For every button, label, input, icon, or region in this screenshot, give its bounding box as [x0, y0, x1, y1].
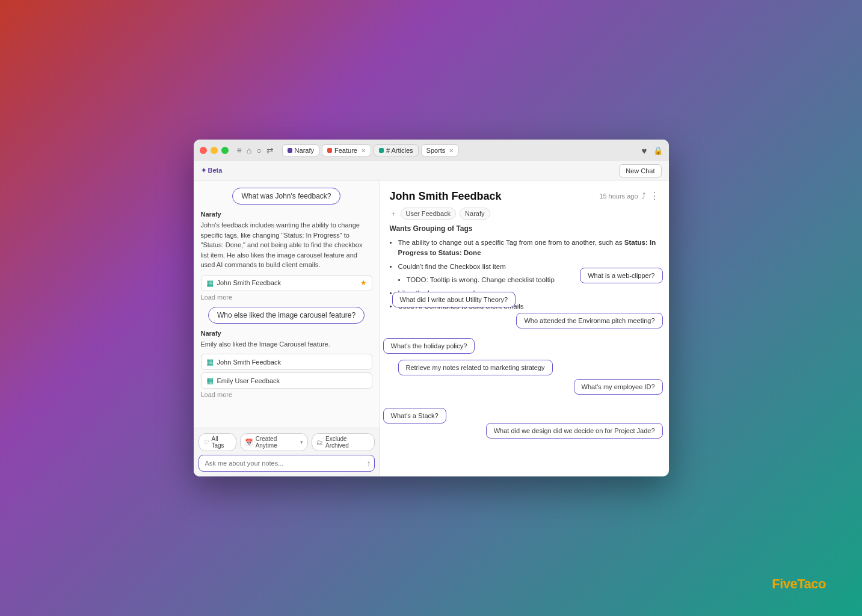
note-ref2-icon: ▦ [206, 357, 214, 366]
lock-icon[interactable]: 🔒 [653, 146, 663, 155]
doc-tag-userfeedback-label: User Feedback [406, 210, 451, 217]
filter-row: ♡ All Tags 📅 Created Anytime ▾ 🗂 Exclude… [199, 433, 375, 451]
query2-bubble: Who else liked the image carousel featur… [208, 307, 365, 324]
chevron-down-icon: ▾ [300, 439, 303, 445]
tab-narafy[interactable]: Narafy [282, 144, 319, 156]
heart-icon[interactable]: ♥ [642, 146, 647, 156]
note-ref3[interactable]: ▦ Emily User Feedback [201, 372, 372, 389]
more-icon[interactable]: ⋮ [650, 190, 659, 202]
note-ref1[interactable]: ▦ John Smith Feedback ★ [201, 275, 372, 291]
chat-input[interactable] [199, 455, 375, 472]
branding-suffix: Taco [797, 576, 826, 591]
response2-name: Narafy [201, 330, 372, 337]
query2-container: Who else liked the image carousel featur… [201, 307, 372, 324]
home-icon[interactable]: ⌂ [247, 146, 251, 155]
note-ref3-label: Emily User Feedback [217, 377, 280, 384]
search-icon[interactable]: ○ [256, 146, 261, 155]
exclude-archived-filter[interactable]: 🗂 Exclude Archived [312, 433, 374, 451]
input-area: ↑ [199, 455, 375, 472]
doc-meta: 15 hours ago ⤴ ⋮ [599, 190, 659, 202]
title-bar: ≡ ⌂ ○ ⇄ Narafy Feature ✕ # Articles Spor… [194, 140, 669, 161]
suggestion-stack[interactable]: What's a Stack? [383, 408, 446, 424]
branding: FiveTaco [772, 576, 826, 592]
tab-articles-label: # Articles [386, 147, 413, 154]
note-ref1-label: John Smith Feedback [217, 279, 281, 286]
menu-icon[interactable]: ≡ [237, 146, 242, 155]
tab-feature[interactable]: Feature ✕ [322, 144, 371, 156]
doc-tag-narafy[interactable]: Narafy [460, 208, 490, 220]
response2: Narafy Emily also liked the Image Carous… [201, 330, 372, 350]
main-content: What was John's feedback? Narafy John's … [194, 180, 669, 476]
tab-sports[interactable]: Sports ✕ [421, 144, 460, 156]
tab-feature-label: Feature [334, 147, 357, 154]
query1-container: What was John's feedback? [201, 188, 372, 205]
suggestion-environma[interactable]: Who attended the Environma pitch meeting… [516, 313, 662, 328]
calendar-icon: 📅 [245, 439, 253, 446]
suggestion-web-clipper[interactable]: What is a web-clipper? [580, 268, 662, 283]
title-bar-right: ♥ 🔒 [642, 146, 663, 156]
created-anytime-filter[interactable]: 📅 Created Anytime ▾ [240, 433, 308, 451]
doc-header: John Smith Feedback 15 hours ago ⤴ ⋮ [390, 190, 659, 203]
tab-sports-close[interactable]: ✕ [449, 147, 454, 154]
doc-subtitle: Wants Grouping of Tags [390, 224, 659, 233]
created-anytime-label: Created Anytime [256, 436, 298, 449]
traffic-light-red[interactable] [200, 147, 207, 154]
query1-bubble: What was John's feedback? [232, 188, 340, 205]
suggestion-employee-id[interactable]: What's my employee ID? [574, 379, 663, 395]
title-bar-icons: ≡ ⌂ ○ ⇄ [237, 146, 274, 155]
note-ref1-star: ★ [360, 279, 367, 287]
doc-tag-userfeedback[interactable]: User Feedback [401, 208, 457, 220]
note-ref3-icon: ▦ [206, 376, 214, 385]
exclude-archived-label: Exclude Archived [325, 436, 369, 449]
traffic-light-yellow[interactable] [211, 147, 218, 154]
left-scroll: What was John's feedback? Narafy John's … [194, 180, 380, 428]
note-ref1-icon: ▦ [206, 279, 214, 288]
suggestion-holiday-policy[interactable]: What's the holiday policy? [383, 338, 475, 354]
response1-text: John's feedback includes wanting the abi… [201, 220, 372, 270]
suggestion-utility-theory[interactable]: What did I write about Utility Theory? [392, 292, 516, 307]
doc-time: 15 hours ago [599, 192, 638, 200]
toolbar: ✦ Beta New Chat [194, 161, 669, 180]
right-panel: John Smith Feedback 15 hours ago ⤴ ⋮ ＋ U… [380, 180, 669, 476]
tabs-area: Narafy Feature ✕ # Articles Sports ✕ [282, 144, 460, 156]
tab-narafy-label: Narafy [295, 147, 314, 154]
branding-prefix: Five [772, 576, 797, 591]
all-tags-label: All Tags [212, 436, 232, 449]
doc-tag-narafy-label: Narafy [465, 210, 484, 217]
traffic-light-green[interactable] [221, 147, 229, 154]
arrows-icon[interactable]: ⇄ [266, 146, 274, 155]
list-item-1: The ability to change out a specific Tag… [390, 238, 659, 259]
tab-articles[interactable]: # Articles [374, 144, 419, 156]
doc-title: John Smith Feedback [390, 190, 502, 203]
suggestion-project-jade[interactable]: What did we design did we decide on for … [486, 423, 663, 439]
response1: Narafy John's feedback includes wanting … [201, 211, 372, 270]
response1-name: Narafy [201, 211, 372, 218]
doc-tags: ＋ User Feedback Narafy [390, 208, 659, 220]
new-chat-button[interactable]: New Chat [619, 164, 661, 177]
load-more2[interactable]: Load more [201, 391, 372, 398]
left-bottom: ♡ All Tags 📅 Created Anytime ▾ 🗂 Exclude… [194, 428, 380, 476]
suggestion-marketing[interactable]: Retrieve my notes related to marketing s… [398, 360, 553, 375]
load-more1[interactable]: Load more [201, 294, 372, 301]
note-ref2-label: John Smith Feedback [217, 359, 281, 366]
archive-icon: 🗂 [316, 439, 323, 446]
tag-icon: ♡ [203, 439, 209, 446]
beta-label: ✦ Beta [201, 167, 223, 174]
tab-sports-label: Sports [426, 147, 446, 154]
browser-window: ≡ ⌂ ○ ⇄ Narafy Feature ✕ # Articles Spor… [194, 140, 669, 476]
share-icon[interactable]: ⤴ [642, 191, 646, 200]
left-panel: What was John's feedback? Narafy John's … [194, 180, 380, 476]
response2-text: Emily also liked the Image Carousel feat… [201, 339, 372, 350]
tab-feature-close[interactable]: ✕ [361, 147, 366, 154]
all-tags-filter[interactable]: ♡ All Tags [199, 433, 236, 451]
note-ref2[interactable]: ▦ John Smith Feedback [201, 354, 372, 370]
add-tag-button[interactable]: ＋ [390, 209, 397, 219]
send-button[interactable]: ↑ [367, 458, 371, 468]
